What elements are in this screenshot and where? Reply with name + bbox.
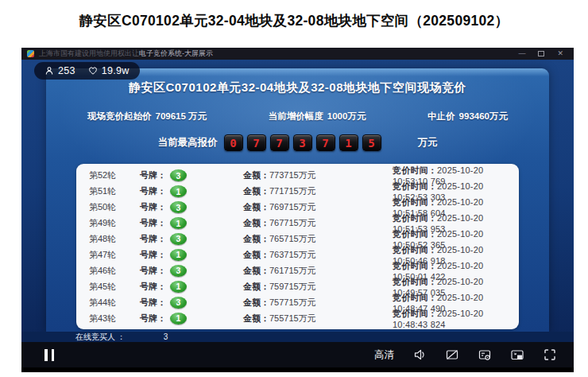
paddle-badge: 3 — [170, 297, 187, 309]
close-button[interactable]: ✕ — [557, 48, 563, 60]
time-label: 竞价时间： — [393, 245, 437, 255]
paddle-badge: 3 — [170, 265, 187, 277]
amount-label: 金额： — [243, 313, 269, 323]
paddle-label: 号牌： — [140, 265, 166, 277]
paddle-badge: 1 — [170, 185, 187, 197]
time-label: 竞价时间： — [393, 197, 437, 207]
video-player-window: 上海市国有建设用地使用权出让电子竞价系统-大屏展示 — ✕ 253 19.9w … — [21, 48, 574, 372]
amount-value: 757715万元 — [269, 297, 316, 307]
round-number: 第50轮 — [89, 201, 140, 213]
amount-label: 金额： — [243, 170, 269, 180]
amount-cell: 金额：769715万元 — [243, 201, 393, 213]
paddle-label: 号牌： — [140, 281, 166, 293]
player-right-controls: 高清 — [374, 348, 557, 362]
amount-cell: 金额：771715万元 — [243, 185, 393, 197]
picture-in-picture-icon[interactable] — [510, 348, 524, 362]
round-number: 第52轮 — [89, 169, 140, 181]
time-label: 竞价时间： — [393, 213, 437, 223]
quality-button[interactable]: 高清 — [374, 348, 394, 362]
bid-digit: 7 — [247, 134, 266, 151]
time-label: 竞价时间： — [393, 261, 437, 270]
amount-label: 金额： — [243, 202, 269, 212]
danmaku-settings-icon[interactable] — [478, 348, 492, 362]
highest-bid-unit: 万元 — [418, 136, 438, 150]
bid-digit: 7 — [316, 134, 335, 151]
paddle-cell: 号牌：3 — [140, 233, 243, 245]
paddle-badge: 1 — [170, 249, 187, 261]
viewers-icon — [44, 66, 54, 76]
paddle-label: 号牌： — [140, 249, 166, 261]
paddle-cell: 号牌：1 — [140, 185, 243, 197]
window-controls: — ✕ — [518, 48, 568, 60]
price-stat-value: 993460万元 — [459, 111, 508, 121]
amount-cell: 金额：767715万元 — [243, 217, 393, 229]
amount-cell: 金额：773715万元 — [243, 169, 393, 181]
page-title: 静安区C070102单元32-04地块及32-08地块地下空间（20250910… — [0, 0, 588, 30]
paddle-cell: 号牌：1 — [140, 313, 243, 325]
bid-digit: 1 — [339, 134, 358, 151]
paddle-cell: 号牌：3 — [140, 297, 243, 309]
window-bottom-strip — [21, 367, 574, 372]
live-stats-overlay: 253 19.9w — [34, 62, 140, 80]
amount-label: 金额： — [243, 234, 269, 243]
fullscreen-icon[interactable] — [543, 348, 557, 362]
time-label: 竞价时间： — [393, 181, 437, 191]
amount-value: 771715万元 — [269, 186, 316, 196]
paddle-label: 号牌： — [140, 297, 166, 309]
window-title-main: 电子竞价系统-大屏展示 — [139, 49, 213, 57]
paddle-badge: 3 — [170, 233, 187, 245]
auction-panel: 静安区C070102单元32-04地块及32-08地块地下空间现场竞价 现场竞价… — [46, 68, 549, 332]
price-stat: 现场竞价起始价709615 万元 — [87, 111, 207, 122]
minimize-button[interactable]: — — [518, 48, 525, 60]
pause-button[interactable] — [44, 349, 54, 361]
time-label: 竞价时间： — [393, 165, 437, 175]
paddle-label: 号牌： — [140, 313, 166, 325]
price-stat-label: 中止价 — [427, 111, 455, 121]
time-label: 竞价时间： — [393, 229, 437, 239]
online-bidders-bar: 在线竞买人 ： 3 — [21, 332, 574, 342]
bid-history-table: 第52轮号牌：3金额：773715万元竞价时间：2025-10-20 10:53… — [76, 164, 519, 329]
maximize-button[interactable] — [538, 51, 544, 56]
time-label: 竞价时间： — [393, 293, 437, 302]
window-title: 上海市国有建设用地使用权出让电子竞价系统-大屏展示 — [39, 48, 213, 60]
paddle-label: 号牌： — [140, 233, 166, 245]
amount-label: 金额： — [243, 297, 269, 307]
round-number: 第46轮 — [89, 265, 140, 277]
paddle-label: 号牌： — [140, 185, 166, 197]
bid-digit: 3 — [293, 134, 312, 151]
round-number: 第49轮 — [89, 217, 140, 229]
paddle-cell: 号牌：1 — [140, 217, 243, 229]
amount-value: 769715万元 — [269, 202, 316, 212]
paddle-label: 号牌： — [140, 169, 166, 181]
video-content: 253 19.9w 静安区C070102单元32-04地块及32-08地块地下空… — [21, 60, 574, 342]
round-number: 第44轮 — [89, 297, 140, 309]
amount-value: 759715万元 — [269, 282, 316, 291]
bid-digit: 0 — [224, 134, 243, 151]
paddle-cell: 号牌：1 — [140, 281, 243, 293]
time-label: 竞价时间： — [393, 277, 437, 286]
paddle-badge: 3 — [170, 169, 187, 181]
amount-label: 金额： — [243, 250, 269, 259]
amount-cell: 金额：761715万元 — [243, 265, 393, 277]
time-label: 竞价时间： — [393, 309, 437, 318]
price-stat: 当前增价幅度1000万元 — [269, 111, 366, 122]
highest-bid-row: 当前最高报价 0773715 万元 — [46, 134, 549, 151]
volume-icon[interactable] — [412, 348, 427, 362]
paddle-cell: 号牌：3 — [140, 265, 243, 277]
amount-value: 765715万元 — [269, 234, 316, 243]
price-stats-row: 现场竞价起始价709615 万元当前增价幅度1000万元中止价993460万元 — [46, 111, 549, 122]
price-stat-label: 当前增价幅度 — [269, 111, 323, 121]
bid-digit: 5 — [362, 134, 381, 151]
amount-cell: 金额：765715万元 — [243, 233, 393, 245]
amount-value: 761715万元 — [269, 266, 316, 275]
round-number: 第48轮 — [89, 233, 140, 245]
amount-value: 767715万元 — [269, 218, 316, 227]
viewer-count: 253 — [58, 65, 75, 76]
highest-bid-display: 0773715 — [224, 134, 381, 151]
round-number: 第47轮 — [89, 249, 140, 261]
price-stat: 中止价993460万元 — [427, 111, 508, 122]
danmaku-off-icon[interactable] — [445, 348, 459, 362]
highest-bid-label: 当前最高报价 — [158, 136, 218, 150]
amount-label: 金额： — [243, 266, 269, 275]
paddle-badge: 1 — [170, 313, 187, 325]
